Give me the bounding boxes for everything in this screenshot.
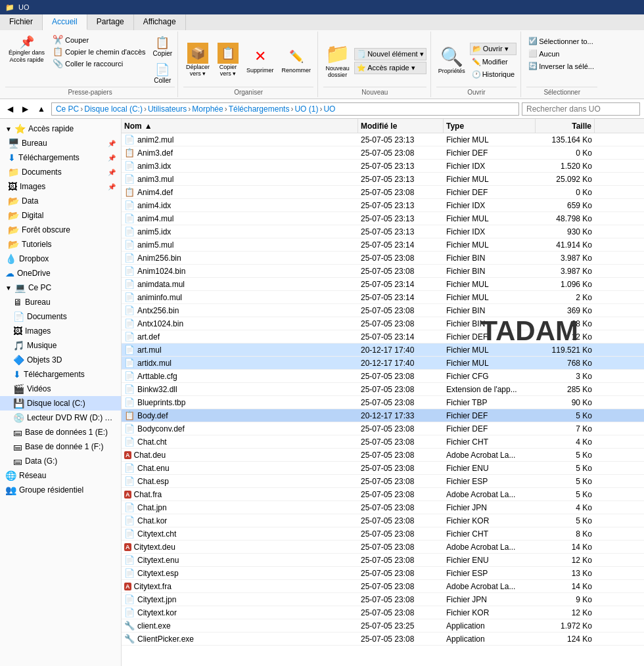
sidebar-item-bureau-rapide[interactable]: 🖥️ Bureau 📌	[0, 136, 121, 150]
col-header-type[interactable]: Type	[444, 119, 536, 133]
back-button[interactable]: ◀	[4, 102, 16, 116]
copier-button[interactable]: 📋 Copier	[150, 34, 175, 58]
sidebar-item-images-cepc[interactable]: 🖼 Images	[0, 324, 121, 338]
ouvrir-button[interactable]: 📂Ouvrir ▾	[470, 43, 517, 55]
supprimer-button[interactable]: ✕ Supprimer	[244, 44, 277, 76]
table-row[interactable]: 📄 anim2.mul 25-07-05 23:13 Fichier MUL 1…	[122, 133, 644, 146]
table-row[interactable]: 📄 Chat.enu 25-07-05 23:08 Fichier ENU 5 …	[122, 462, 644, 475]
path-telechargements[interactable]: Téléchargements	[229, 104, 290, 114]
address-path[interactable]: Ce PC › Disque local (C:) › Utilisateurs…	[51, 102, 519, 116]
table-row[interactable]: A Citytext.fra 25-07-05 23:08 Adobe Acro…	[122, 580, 644, 593]
table-row[interactable]: A Citytext.deu 25-07-05 23:08 Adobe Acro…	[122, 541, 644, 554]
table-row[interactable]: 📄 Chat.jpn 25-07-05 23:08 Fichier JPN 4 …	[122, 501, 644, 514]
table-row[interactable]: 📄 Citytext.esp 25-07-05 23:08 Fichier ES…	[122, 567, 644, 580]
col-header-size[interactable]: Taille	[536, 119, 595, 133]
path-morphee[interactable]: Morphée	[192, 104, 223, 114]
path-cepc[interactable]: Ce PC	[56, 104, 79, 114]
sidebar-group-acces-rapide[interactable]: ▼ ⭐ Accès rapide	[0, 122, 121, 136]
sidebar-item-lecteur-dvd[interactable]: 💿 Lecteur DVD RW (D:) THI	[0, 411, 121, 425]
sidebar-item-digital[interactable]: 📂 Digital	[0, 208, 121, 223]
sidebar-item-videos[interactable]: 🎬 Vidéos	[0, 382, 121, 396]
table-row[interactable]: 🔧 ClientPicker.exe 25-07-05 23:08 Applic…	[122, 633, 644, 646]
sidebar-item-documents-rapide[interactable]: 📁 Documents 📌	[0, 165, 121, 179]
table-row[interactable]: 🔧 client.exe 25-07-05 23:25 Application …	[122, 619, 644, 633]
tab-affichage[interactable]: Affichage	[134, 14, 186, 30]
copier-chemin-button[interactable]: 📋 Copier le chemin d'accès	[51, 46, 148, 57]
table-row[interactable]: 📄 Blueprints.tbp 25-07-05 23:08 Fichier …	[122, 396, 644, 409]
search-input[interactable]	[522, 102, 640, 116]
sidebar-item-telechargements-cepc[interactable]: ⬇ Téléchargements	[0, 367, 121, 382]
table-row[interactable]: 📄 Anim256.bin 25-07-05 23:08 Fichier BIN…	[122, 252, 644, 265]
col-header-nom[interactable]: Nom ▲	[122, 119, 358, 133]
sidebar-item-bureau-cepc[interactable]: 🖥 Bureau	[0, 295, 121, 309]
renommer-button[interactable]: ✏️ Renommer	[279, 44, 314, 76]
tab-accueil[interactable]: Accueil	[43, 14, 87, 30]
coller-raccourci-button[interactable]: 📎 Coller le raccourci	[51, 58, 148, 69]
sidebar-item-data-g[interactable]: 🖴 Data (G:)	[0, 454, 121, 468]
coller-button[interactable]: 📄 Coller	[151, 61, 173, 85]
deplacer-button[interactable]: 📦 Déplacervers ▾	[183, 41, 212, 79]
sidebar-item-musique[interactable]: 🎵 Musique	[0, 338, 121, 353]
table-row[interactable]: 📄 Citytext.cht 25-07-05 23:08 Fichier CH…	[122, 527, 644, 541]
sidebar-item-dropbox[interactable]: 💧 Dropbox	[0, 252, 121, 266]
epingler-button[interactable]: 📌 Épingler dansAccès rapide	[5, 33, 48, 66]
sidebar-item-foret[interactable]: 📂 Forêt obscure	[0, 223, 121, 237]
table-row[interactable]: 📄 Binkw32.dll 25-07-05 23:08 Extension d…	[122, 383, 644, 396]
sidebar-group-cepc[interactable]: ▼ 💻 Ce PC	[0, 280, 121, 295]
table-row[interactable]: 📋 Body.def 20-12-17 17:33 Fichier DEF 5 …	[122, 409, 644, 422]
nouveau-dossier-button[interactable]: 📁 Nouveaudossier	[323, 41, 352, 79]
sidebar-item-base-donnees-e[interactable]: 🖴 Base de données 1 (E:)	[0, 425, 121, 439]
proprietes-button[interactable]: 🔍 Propriétés	[436, 45, 467, 76]
sidebar-item-reseau[interactable]: 🌐 Réseau	[0, 468, 121, 483]
table-row[interactable]: 📋 Anim4.def 25-07-05 23:08 Fichier DEF 0…	[122, 186, 644, 199]
copier-vers-button[interactable]: 📋 Copiervers ▾	[215, 41, 241, 79]
sidebar-item-objets3d[interactable]: 🔷 Objets 3D	[0, 353, 121, 367]
table-row[interactable]: 📄 Citytext.enu 25-07-05 23:08 Fichier EN…	[122, 554, 644, 567]
table-row[interactable]: 📄 anim5.idx 25-07-05 23:13 Fichier IDX 9…	[122, 225, 644, 238]
table-row[interactable]: 📄 Arttable.cfg 25-07-05 23:08 Fichier CF…	[122, 370, 644, 383]
table-row[interactable]: 📋 Anim3.def 25-07-05 23:08 Fichier DEF 0…	[122, 146, 644, 160]
up-button[interactable]: ▲	[34, 102, 49, 116]
table-row[interactable]: 📄 anim5.mul 25-07-05 23:14 Fichier MUL 4…	[122, 238, 644, 252]
table-row[interactable]: 📄 animdata.mul 25-07-05 23:14 Fichier MU…	[122, 278, 644, 291]
inverser-selection-button[interactable]: 🔄Inverser la sélé...	[526, 60, 597, 72]
table-row[interactable]: 📄 Citytext.jpn 25-07-05 23:08 Fichier JP…	[122, 593, 644, 606]
table-row[interactable]: A Chat.deu 25-07-05 23:08 Adobe Acrobat …	[122, 449, 644, 462]
couper-button[interactable]: ✂️ Couper	[51, 34, 148, 45]
selectionner-tout-button[interactable]: ☑️Sélectionner to...	[526, 35, 597, 47]
table-row[interactable]: 📄 animinfo.mul 25-07-05 23:14 Fichier MU…	[122, 291, 644, 304]
modifier-button[interactable]: ✏️Modifier	[470, 56, 517, 68]
table-row[interactable]: 📄 anim3.idx 25-07-05 23:13 Fichier IDX 1…	[122, 160, 644, 173]
table-row[interactable]: 📄 Anim1024.bin 25-07-05 23:08 Fichier BI…	[122, 265, 644, 278]
table-row[interactable]: A Chat.fra 25-07-05 23:08 Adobe Acrobat …	[122, 488, 644, 501]
table-row[interactable]: 📄 Chat.kor 25-07-05 23:08 Fichier KOR 5 …	[122, 514, 644, 527]
historique-button[interactable]: 🕐Historique	[470, 69, 517, 80]
aucun-button[interactable]: ⬜Aucun	[526, 48, 597, 59]
table-row[interactable]: 📄 Citytext.kor 25-07-05 23:08 Fichier KO…	[122, 606, 644, 619]
sidebar-item-telechargements-rapide[interactable]: ⬇ Téléchargements 📌	[0, 150, 121, 165]
acces-rapide-button[interactable]: ⭐Accès rapide ▾	[354, 62, 426, 74]
path-disque[interactable]: Disque local (C:)	[84, 104, 143, 114]
path-uo[interactable]: UO	[323, 104, 335, 114]
sidebar-item-base-donnee-f[interactable]: 🖴 Base de donnée 1 (F:)	[0, 439, 121, 454]
sidebar-item-data[interactable]: 📂 Data	[0, 194, 121, 208]
sidebar-item-groupe-residentiel[interactable]: 👥 Groupe résidentiel	[0, 483, 121, 497]
path-utilisateurs[interactable]: Utilisateurs	[148, 104, 187, 114]
nouvel-element-button[interactable]: 🗒️Nouvel élément ▾	[354, 48, 426, 60]
sidebar-item-images-rapide[interactable]: 🖼 Images 📌	[0, 179, 121, 194]
sidebar-item-disque-c[interactable]: 💾 Disque local (C:)	[0, 396, 121, 411]
path-uo1[interactable]: UO (1)	[294, 104, 318, 114]
col-header-modified[interactable]: Modifié le	[358, 119, 444, 133]
table-row[interactable]: 📄 Chat.cht 25-07-05 23:08 Fichier CHT 4 …	[122, 435, 644, 449]
sidebar-item-onedrive[interactable]: ☁ OneDrive	[0, 266, 121, 280]
sidebar-item-tutoriels[interactable]: 📂 Tutoriels	[0, 237, 121, 252]
tab-partage[interactable]: Partage	[87, 14, 134, 30]
forward-button[interactable]: ▶	[19, 102, 32, 116]
tab-fichier[interactable]: Fichier	[0, 14, 43, 30]
table-row[interactable]: 📄 artidx.mul 20-12-17 17:40 Fichier MUL …	[122, 357, 644, 370]
table-row[interactable]: 📄 anim4.mul 25-07-05 23:13 Fichier MUL 4…	[122, 212, 644, 225]
table-row[interactable]: 📄 anim4.idx 25-07-05 23:13 Fichier IDX 6…	[122, 199, 644, 212]
table-row[interactable]: 📄 anim3.mul 25-07-05 23:13 Fichier MUL 2…	[122, 173, 644, 186]
table-row[interactable]: 📄 Chat.esp 25-07-05 23:08 Fichier ESP 5 …	[122, 475, 644, 488]
table-row[interactable]: 📄 Bodyconv.def 25-07-05 23:08 Fichier DE…	[122, 422, 644, 435]
